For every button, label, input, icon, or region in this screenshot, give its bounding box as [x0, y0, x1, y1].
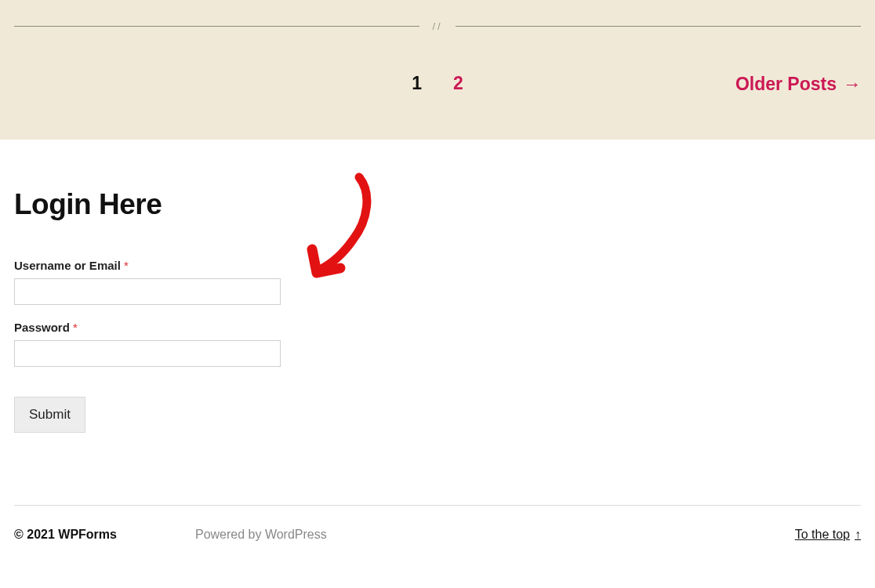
- arrow-right-icon: →: [843, 74, 861, 93]
- page-number-current: 1: [412, 73, 422, 94]
- submit-button[interactable]: Submit: [14, 397, 85, 433]
- to-the-top-link[interactable]: To the top ↑: [795, 528, 861, 542]
- username-field-group: Username or Email *: [14, 259, 861, 305]
- pagination-section: // 1 2 Older Posts →: [0, 0, 875, 140]
- required-mark: *: [124, 259, 129, 272]
- site-footer: © 2021 WPForms Powered by WordPress To t…: [0, 506, 875, 556]
- login-heading: Login Here: [14, 188, 861, 221]
- username-label-text: Username or Email: [14, 259, 121, 272]
- older-posts-label: Older Posts: [735, 73, 837, 94]
- page-number-link[interactable]: 2: [453, 73, 463, 94]
- password-input[interactable]: [14, 340, 281, 367]
- password-field-group: Password *: [14, 321, 861, 367]
- arrow-up-icon: ↑: [855, 528, 861, 542]
- divider-line: [456, 26, 861, 27]
- divider-slashes-icon: //: [419, 20, 455, 32]
- to-top-label: To the top: [795, 528, 850, 542]
- older-posts-link[interactable]: Older Posts →: [735, 73, 861, 94]
- pagination-row: 1 2 Older Posts →: [14, 73, 861, 94]
- footer-powered-by: Powered by WordPress: [195, 528, 327, 542]
- required-mark: *: [73, 321, 78, 334]
- footer-copyright: © 2021 WPForms: [14, 528, 117, 542]
- username-label: Username or Email *: [14, 259, 861, 272]
- divider-line: [14, 26, 419, 27]
- login-widget-area: Login Here Username or Email * Password …: [0, 140, 875, 505]
- username-input[interactable]: [14, 278, 281, 305]
- password-label-text: Password: [14, 321, 70, 334]
- section-divider: //: [14, 0, 861, 73]
- password-label: Password *: [14, 321, 861, 334]
